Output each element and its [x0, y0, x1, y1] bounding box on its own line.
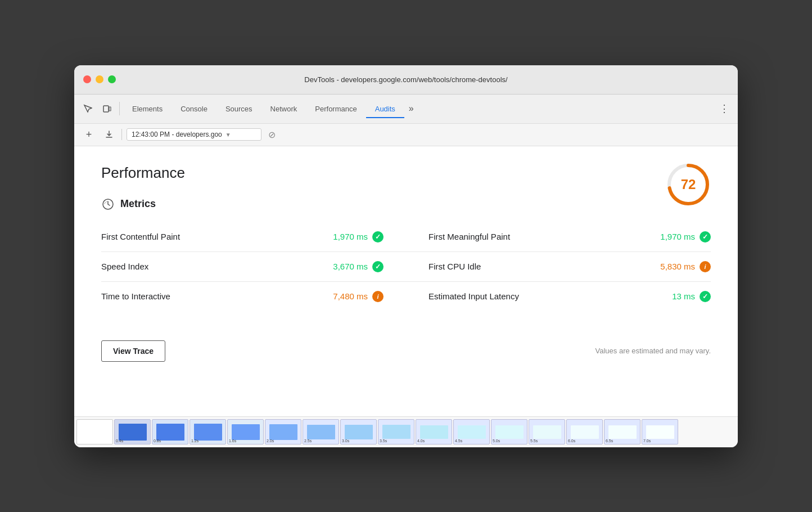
more-options-button[interactable]: ⋮ — [715, 100, 733, 118]
film-frame-6[interactable]: 2.5s — [303, 419, 339, 444]
tabs-toolbar: Elements Console Sources Network Perform… — [74, 95, 738, 124]
metric-estimated-input-latency: Estimated Input Latency 13 ms ✓ — [406, 282, 711, 311]
metric-value: 5,830 ms — [660, 262, 695, 271]
metric-time-to-interactive: Time to Interactive 7,480 ms i — [101, 282, 406, 311]
page-title: Performance — [101, 164, 711, 182]
info-badge: i — [372, 291, 384, 302]
check-badge: ✓ — [700, 231, 711, 242]
svg-rect-0 — [103, 106, 109, 112]
metric-value-wrap: 7,480 ms i — [333, 291, 384, 302]
tab-audits[interactable]: Audits — [366, 100, 404, 118]
metric-value: 7,480 ms — [333, 291, 368, 301]
plus-icon: + — [86, 129, 92, 141]
maximize-button[interactable] — [108, 75, 116, 83]
window-title: DevTools - developers.google.com/web/too… — [304, 75, 507, 84]
tab-network[interactable]: Network — [261, 100, 306, 118]
device-toolbar-button[interactable] — [98, 100, 116, 118]
metric-first-contentful-paint: First Contentful Paint 1,970 ms ✓ — [101, 222, 406, 252]
metric-label: Estimated Input Latency — [428, 291, 519, 301]
metric-value: 1,970 ms — [333, 232, 368, 241]
info-badge: i — [700, 261, 711, 272]
metric-value-wrap: 3,670 ms ✓ — [333, 261, 384, 272]
window-controls — [83, 75, 116, 83]
secondary-toolbar: + 12:43:00 PM - developers.goo ▼ ⊘ — [74, 124, 738, 146]
film-frame-4[interactable]: 1.6s — [227, 419, 264, 444]
title-bar: DevTools - developers.google.com/web/too… — [74, 65, 738, 95]
film-frame-1[interactable]: 0.4s — [114, 419, 151, 444]
metric-value-wrap: 1,970 ms ✓ — [660, 231, 711, 242]
metrics-icon — [101, 197, 115, 211]
metric-label: First CPU Idle — [428, 262, 481, 271]
film-frame-7[interactable]: 3.0s — [340, 419, 377, 444]
metric-first-cpu-idle: First CPU Idle 5,830 ms i — [406, 252, 711, 282]
tab-console[interactable]: Console — [172, 100, 216, 118]
check-badge: ✓ — [700, 291, 711, 302]
film-frame-15[interactable]: 7.0s — [642, 419, 678, 444]
metric-label: First Meaningful Paint — [428, 232, 510, 241]
film-frame-5[interactable]: 2.0s — [265, 419, 301, 444]
tab-sources[interactable]: Sources — [216, 100, 261, 118]
tab-elements[interactable]: Elements — [123, 100, 172, 118]
tabs-bar: Elements Console Sources Network Perform… — [123, 100, 714, 118]
toolbar-separator — [119, 102, 120, 115]
filmstrip-bar: 0.4s 0.8s 1.2s 1.6s 2.0s 2.5s 3.0s 3.5s — [74, 416, 738, 447]
footer-row: View Trace Values are estimated and may … — [101, 327, 711, 362]
tab-performance[interactable]: Performance — [306, 100, 366, 118]
minimize-button[interactable] — [96, 75, 103, 83]
film-frame-8[interactable]: 3.5s — [378, 419, 414, 444]
performance-score-circle: 72 — [666, 162, 711, 207]
dropdown-arrow-icon: ▼ — [225, 132, 231, 138]
audit-session-dropdown[interactable]: 12:43:00 PM - developers.goo ▼ — [127, 128, 261, 141]
check-badge: ✓ — [372, 231, 384, 242]
svg-rect-1 — [109, 107, 111, 111]
film-frame-13[interactable]: 6.0s — [566, 419, 603, 444]
metric-first-meaningful-paint: First Meaningful Paint 1,970 ms ✓ — [406, 222, 711, 252]
film-frame-empty — [76, 419, 113, 444]
film-frame-10[interactable]: 4.5s — [453, 419, 490, 444]
main-content: Performance 72 Metrics Fir — [74, 146, 738, 416]
toolbar-right: ⋮ — [715, 100, 733, 118]
add-audit-button[interactable]: + — [81, 127, 97, 142]
film-frame-3[interactable]: 1.2s — [190, 419, 226, 444]
film-frame-9[interactable]: 4.0s — [416, 419, 452, 444]
metric-value: 1,970 ms — [660, 232, 695, 241]
metric-value: 13 ms — [672, 291, 695, 301]
more-tabs-button[interactable]: » — [404, 101, 418, 116]
score-value: 72 — [681, 177, 696, 192]
session-label: 12:43:00 PM - developers.goo — [132, 131, 222, 138]
metric-value: 3,670 ms — [333, 262, 368, 271]
metric-speed-index: Speed Index 3,670 ms ✓ — [101, 252, 406, 282]
metric-label: Time to Interactive — [101, 291, 170, 301]
estimated-note: Values are estimated and may vary. — [596, 347, 711, 355]
metrics-grid: First Contentful Paint 1,970 ms ✓ First … — [101, 222, 711, 311]
metric-value-wrap: 5,830 ms i — [660, 261, 711, 272]
devtools-window: DevTools - developers.google.com/web/too… — [74, 65, 738, 447]
metrics-title: Metrics — [120, 198, 156, 210]
no-entry-icon: ⊘ — [268, 129, 276, 140]
download-button[interactable] — [101, 127, 117, 142]
metric-label: First Contentful Paint — [101, 232, 180, 241]
film-frame-14[interactable]: 6.5s — [604, 419, 640, 444]
close-button[interactable] — [83, 75, 91, 83]
film-frame-12[interactable]: 5.5s — [529, 419, 565, 444]
download-icon — [105, 130, 114, 139]
metric-label: Speed Index — [101, 262, 148, 271]
film-frame-2[interactable]: 0.8s — [152, 419, 188, 444]
view-trace-button[interactable]: View Trace — [101, 340, 165, 362]
metric-value-wrap: 13 ms ✓ — [672, 291, 711, 302]
film-frame-11[interactable]: 5.0s — [491, 419, 527, 444]
metric-value-wrap: 1,970 ms ✓ — [333, 231, 384, 242]
secondary-separator — [121, 129, 122, 140]
check-badge: ✓ — [372, 261, 384, 272]
inspect-element-button[interactable] — [79, 100, 97, 118]
metrics-header: Metrics — [101, 197, 711, 211]
